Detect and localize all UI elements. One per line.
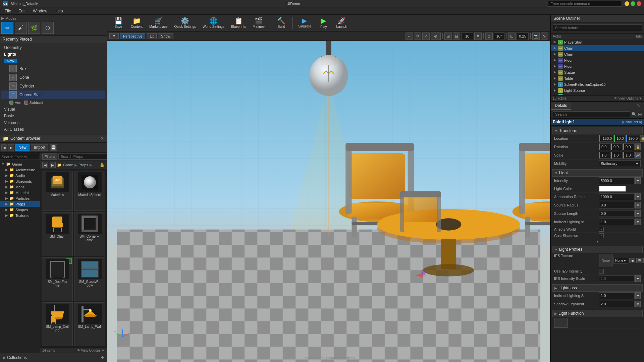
folder-audio[interactable]: ▶ 📁 Audio	[0, 173, 40, 178]
folder-particles[interactable]: ▶ 📁 Particles	[0, 195, 40, 201]
actor-playerstart[interactable]: 👁 P PlayerStart	[551, 39, 644, 45]
filters-button[interactable]: Filters	[42, 154, 57, 160]
intensity-val[interactable]: 5000.0	[599, 177, 635, 184]
actor-sphere-reflection[interactable]: 👁 S SphereReflectionCapture10	[551, 81, 644, 87]
scale-snap-input[interactable]	[517, 33, 529, 40]
ies-search[interactable]: 🔍	[636, 258, 644, 263]
light-profiles-header[interactable]: ▼ Light Profiles	[552, 246, 643, 253]
scale-y[interactable]: 1.0	[611, 152, 623, 159]
viewport-dropdown[interactable]: ▼	[109, 33, 119, 39]
asset-materials[interactable]: MAT Materials	[42, 171, 73, 211]
asset-sm-lamp-wall[interactable]: SM_Lamp_Wall	[74, 302, 105, 346]
console-input[interactable]	[548, 1, 622, 7]
play-btn[interactable]: ▶ Play	[315, 16, 332, 30]
grid-snap[interactable]: ⊟	[453, 33, 460, 40]
actor-table[interactable]: 👁 M Table	[551, 75, 644, 81]
actor-floor-2[interactable]: 👁 M Floor	[551, 63, 644, 69]
actor-light-source[interactable]: 👁 L Light Source	[551, 87, 644, 94]
tab-expand[interactable]: ⤡	[633, 102, 644, 110]
viewport[interactable]: X Y Z Level: Minimal_Default (Persistent…	[107, 41, 550, 362]
source-radius-val[interactable]: 0.0	[599, 202, 635, 208]
subtract-button[interactable]: Subtract	[24, 101, 43, 105]
search-folders-input[interactable]	[0, 154, 40, 160]
asset-sm-cornerframe[interactable]: SM_CornerFrame	[74, 212, 105, 256]
affects-world-checkbox[interactable]	[599, 227, 604, 232]
asset-sm-lamp-ceiling[interactable]: SM_Lamp_Ceiling	[42, 302, 73, 346]
recently-placed-header[interactable]: Recently Placed	[0, 36, 107, 43]
rotation-snap-input[interactable]	[494, 33, 504, 40]
menu-edit[interactable]: Edit	[15, 8, 29, 14]
indirect-intensity-btn[interactable]: ▼	[635, 219, 641, 225]
category-lights[interactable]: Lights	[1, 51, 105, 58]
maximize-viewport[interactable]: ⤡	[541, 33, 548, 40]
rotation-snap[interactable]: ⊙	[485, 33, 493, 40]
folder-shapes[interactable]: ▶ 📁 Shapes	[0, 207, 40, 213]
camera-speed[interactable]: 📷	[532, 33, 540, 40]
intensity-btn[interactable]: ▼	[635, 177, 641, 184]
actor-statue[interactable]: 👁 M Statue	[551, 69, 644, 75]
view-options-btn[interactable]: 👁 View Options ▼	[77, 349, 105, 352]
light-header[interactable]: ▼ Light	[552, 169, 643, 177]
mode-place[interactable]: ✏	[1, 22, 13, 34]
scale-tool[interactable]: ⤢	[422, 33, 430, 40]
add-collection[interactable]: +	[101, 355, 104, 361]
shadow-exp-btn[interactable]: ▼	[635, 301, 641, 307]
rot-y[interactable]: 0.0	[611, 143, 623, 150]
search-actors-input[interactable]	[553, 24, 642, 31]
shadow-exp-val[interactable]: 2.0	[599, 301, 635, 307]
source-radius-btn[interactable]: ▼	[635, 202, 641, 208]
rot-z[interactable]: 0.0	[623, 143, 635, 150]
actor-floor-1[interactable]: 👁 M Floor	[551, 57, 644, 63]
mode-foliage[interactable]: 🌿	[28, 22, 40, 34]
nav-forward-cb[interactable]: ▶	[50, 162, 56, 168]
cast-shadows-checkbox[interactable]	[599, 233, 604, 238]
world-settings-btn[interactable]: 🌐 World Settings	[200, 16, 227, 30]
menu-window[interactable]: Window	[30, 8, 51, 14]
marketplace-btn[interactable]: 🛒 Marketplace	[147, 16, 170, 30]
tab-details[interactable]: Details	[551, 102, 571, 110]
mode-geometry[interactable]: ⬡	[42, 22, 54, 34]
lock-button[interactable]: 🔒	[100, 163, 105, 167]
transform-header[interactable]: ▼ Transform	[552, 127, 643, 134]
launch-btn[interactable]: 🚀 Launch	[333, 16, 350, 30]
loc-lock[interactable]: 🔒	[640, 135, 644, 142]
geo-item-curved-stair[interactable]: ⌒ Curved Stair	[1, 90, 105, 99]
import-button[interactable]: Import	[31, 144, 48, 151]
nav-back-cb[interactable]: ◀	[42, 162, 48, 168]
folder-maps[interactable]: ▶ 📁 Maps	[0, 184, 40, 190]
asset-sm-chair[interactable]: SM_Chair	[42, 212, 73, 256]
simulate-btn[interactable]: ▶ Simulate	[296, 16, 314, 29]
content-browser-close[interactable]: ✕	[101, 136, 104, 141]
indirect-intensity-val[interactable]: 1.0	[599, 219, 635, 225]
folder-blueprints[interactable]: ▶ 📁 Blueprints	[0, 178, 40, 184]
indirect-scale-val[interactable]: 1.0	[599, 292, 635, 299]
category-all-classes[interactable]: All Classes	[1, 126, 105, 133]
category-volumes[interactable]: Volumes	[1, 119, 105, 126]
source-length-val[interactable]: 0.0	[599, 210, 635, 217]
bc-props[interactable]: Props	[78, 163, 88, 167]
menu-file[interactable]: File	[1, 8, 14, 14]
search-props-input[interactable]	[58, 154, 107, 160]
scale-lock[interactable]: 🔗	[635, 152, 641, 159]
blueprints-btn[interactable]: 📋 Blueprints	[228, 16, 249, 30]
mobility-dropdown[interactable]: Stationary ▼	[599, 160, 641, 167]
content-btn[interactable]: 📁 Content	[128, 16, 145, 30]
light-color-swatch[interactable]	[599, 186, 626, 192]
build-btn[interactable]: 🔨 Build	[273, 16, 290, 30]
category-basic[interactable]: Basic	[1, 113, 105, 119]
use-ies-checkbox[interactable]	[599, 269, 604, 274]
new-button[interactable]: New	[15, 144, 30, 151]
actor-chair-1[interactable]: 👁 M Chair	[551, 45, 644, 51]
ies-prev[interactable]: ◀	[629, 258, 635, 263]
bc-game[interactable]: Game	[63, 163, 73, 167]
grid-size-input[interactable]	[461, 33, 473, 40]
loc-y[interactable]: 10.0	[614, 135, 625, 142]
details-search-input[interactable]	[553, 111, 630, 117]
actor-chair-2[interactable]: 👁 M Chair	[551, 51, 644, 57]
indirect-scale-btn[interactable]: ▼	[635, 292, 641, 299]
category-visual[interactable]: Visual	[1, 106, 105, 113]
ies-scale-val[interactable]: 1.0	[599, 275, 635, 282]
save-btn[interactable]: 💾 Save	[110, 16, 127, 30]
folder-game[interactable]: ▼ 📁 Game	[0, 161, 40, 167]
section-expand-btn[interactable]: ▼	[554, 240, 641, 243]
